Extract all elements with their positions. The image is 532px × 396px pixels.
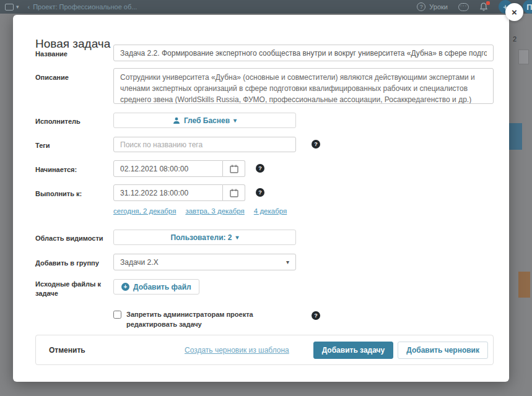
modal-footer: Отменить Создать черновик из шаблона Доб… xyxy=(35,335,494,365)
executor-label: Исполнитель xyxy=(35,117,108,126)
group-label: Добавить в группу xyxy=(35,259,108,268)
background-panel-fragment xyxy=(518,50,529,64)
visibility-label: Область видимости xyxy=(35,234,108,243)
notification-badge xyxy=(486,1,490,5)
create-draft-from-template-link[interactable]: Создать черновик из шаблона xyxy=(185,346,289,355)
due-date-label: Выполнить к: xyxy=(35,189,108,199)
due-date-input[interactable] xyxy=(113,184,223,201)
description-misspelled-word: Росаккредагенство xyxy=(385,95,450,104)
start-date-input[interactable] xyxy=(113,160,223,177)
group-select[interactable]: Задачи 2.X ▾ xyxy=(113,254,296,270)
plus-circle-icon: + xyxy=(121,283,129,291)
modal-title: Новая задача xyxy=(35,37,110,51)
project-switcher[interactable]: ▾ xyxy=(5,4,19,11)
start-date-calendar-button[interactable] xyxy=(223,160,245,177)
description-label: Описание xyxy=(35,73,108,82)
screen: ▾ ‹ Проект: Профессиональное об... ? Уро… xyxy=(0,0,532,396)
group-value: Задачи 2.X xyxy=(120,258,159,267)
start-date-help-icon[interactable]: ? xyxy=(256,164,264,173)
due-date-help-icon[interactable]: ? xyxy=(256,188,264,197)
close-icon[interactable]: × xyxy=(505,3,523,21)
add-draft-button[interactable]: Добавить черновик xyxy=(398,342,488,359)
description-text: , профессиональные ассоциации, xyxy=(265,95,385,104)
task-name-input[interactable] xyxy=(113,45,494,61)
start-date-label: Начинается: xyxy=(35,165,108,174)
executor-select-button[interactable]: Глеб Баснев ▾ xyxy=(113,113,296,128)
breadcrumb[interactable]: ‹ Проект: Профессиональное об... xyxy=(28,3,137,11)
quick-date-day-after[interactable]: 4 декабря xyxy=(254,207,287,215)
question-circle-icon: ? xyxy=(417,2,425,11)
chevron-down-icon: ▾ xyxy=(286,259,289,265)
notifications-button[interactable] xyxy=(479,2,488,11)
visibility-value: Пользователи: 2 xyxy=(170,233,232,242)
background-orange-fragment xyxy=(518,272,530,298)
quick-date-tomorrow[interactable]: завтра, 3 декабря xyxy=(185,207,244,215)
start-date-group xyxy=(113,160,245,177)
lessons-button[interactable]: ? Уроки xyxy=(417,2,448,11)
quick-date-today[interactable]: сегодня, 2 декабря xyxy=(113,207,176,215)
background-task-count: 2 xyxy=(513,35,517,43)
name-label: Название xyxy=(35,50,108,59)
new-task-modal: Новая задача Название Описание Сотрудник… xyxy=(13,15,509,382)
person-icon xyxy=(173,117,180,124)
restrict-admins-label: Запретить администраторам проекта редакт… xyxy=(126,310,289,330)
restrict-admins-checkbox[interactable] xyxy=(113,311,121,319)
executor-name: Глеб Баснев xyxy=(184,116,230,125)
folder-icon xyxy=(5,4,14,11)
top-navigation-bar: ▾ ‹ Проект: Профессиональное об... ? Уро… xyxy=(0,0,532,14)
breadcrumb-label: Проект: Профессиональное об... xyxy=(33,3,137,11)
visibility-select-button[interactable]: Пользователи: 2 ▾ xyxy=(113,230,296,245)
restrict-admins-row: Запретить администраторам проекта редакт… xyxy=(113,310,299,330)
restrict-help-icon[interactable]: ? xyxy=(312,311,320,320)
due-date-group xyxy=(113,184,245,201)
lessons-label: Уроки xyxy=(429,3,448,11)
chevron-down-icon: ▾ xyxy=(236,234,239,241)
cancel-button[interactable]: Отменить xyxy=(49,346,85,355)
back-chevron-icon: ‹ xyxy=(28,3,30,11)
due-date-calendar-button[interactable] xyxy=(223,184,245,201)
description-misspelled-word: ФУМО xyxy=(243,95,265,104)
chevron-down-icon: ▾ xyxy=(16,4,19,10)
tags-help-icon[interactable]: ? xyxy=(312,140,320,148)
chat-icon[interactable]: ··· xyxy=(458,3,469,11)
add-task-button[interactable]: Добавить задачу xyxy=(313,342,394,359)
calendar-icon xyxy=(230,189,238,197)
calendar-icon xyxy=(230,165,238,173)
description-text: и др.) xyxy=(450,95,471,104)
avatar[interactable]: П xyxy=(523,0,532,14)
tags-label: Теги xyxy=(35,141,108,150)
add-file-button[interactable]: + Добавить файл xyxy=(113,279,199,295)
quick-date-links: сегодня, 2 декабря завтра, 3 декабря 4 д… xyxy=(113,207,287,215)
files-label: Исходные файлы к задаче xyxy=(35,280,108,298)
add-file-label: Добавить файл xyxy=(133,283,191,291)
chevron-down-icon: ▾ xyxy=(233,117,237,124)
tags-search-input[interactable] xyxy=(113,137,296,152)
task-description-textarea[interactable]: Сотрудники университета «Дубна» (основны… xyxy=(113,68,494,104)
